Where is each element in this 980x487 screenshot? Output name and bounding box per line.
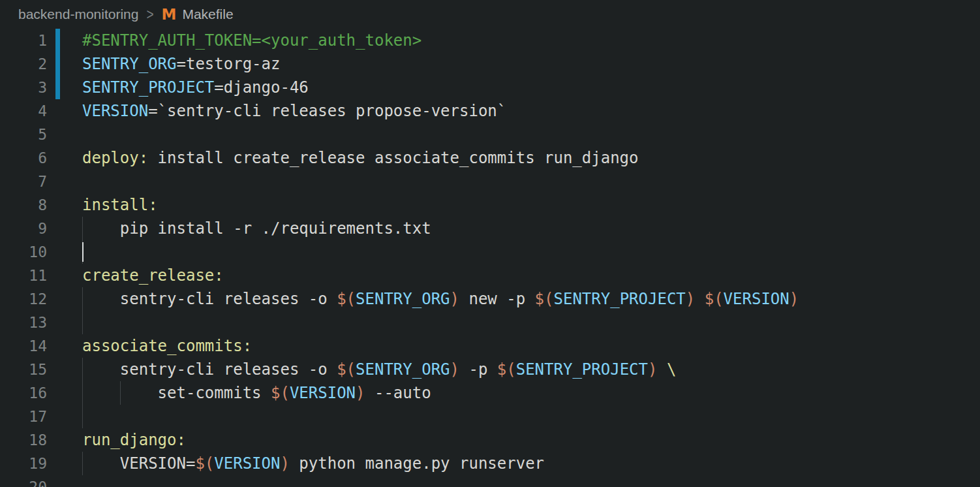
token-punct: $( [195, 454, 214, 473]
line-number[interactable]: 14 [0, 334, 47, 358]
code-line-text[interactable]: set-commits $(VERSION) --auto [82, 381, 431, 405]
line-number[interactable]: 11 [0, 264, 47, 287]
editor-line-18: 18run_django: [0, 428, 980, 452]
token-target: run_django: [82, 431, 186, 449]
editor-line-2: 2SENTRY_ORG=testorg-az [0, 52, 980, 76]
editor-line-7: 7 [0, 170, 980, 193]
line-number[interactable]: 1 [0, 29, 47, 52]
makefile-icon: M [162, 6, 177, 23]
token-text: new -p [459, 290, 535, 308]
line-number[interactable]: 15 [0, 358, 47, 381]
token-comment: #SENTRY_AUTH_TOKEN=<your_auth_token> [82, 31, 421, 50]
code-line-text[interactable]: run_django: [82, 428, 186, 452]
editor-lines: 1#SENTRY_AUTH_TOKEN=<your_auth_token>2SE… [0, 29, 980, 487]
editor-line-9: 9 pip install -r ./requirements.txt [0, 217, 980, 240]
token-text: =`sentry-cli releases propose-version` [148, 102, 506, 120]
editor-line-5: 5 [0, 123, 980, 146]
text-cursor [82, 242, 84, 262]
line-number[interactable]: 19 [0, 452, 47, 475]
code-line-text[interactable]: deploy: install create_release associate… [82, 146, 639, 170]
token-punct: ) [648, 360, 657, 379]
code-line-text[interactable]: VERSION=$(VERSION) python manage.py runs… [82, 452, 544, 475]
token-text [657, 360, 666, 379]
token-text: pip install -r ./requirements.txt [82, 219, 431, 238]
indent-guide [82, 311, 83, 334]
editor-line-6: 6deploy: install create_release associat… [0, 146, 980, 170]
line-number[interactable]: 6 [0, 146, 47, 170]
line-number[interactable]: 20 [0, 475, 47, 487]
line-number[interactable]: 5 [0, 123, 47, 146]
editor-line-3: 3SENTRY_PROJECT=django-46 [0, 76, 980, 99]
editor-line-12: 12 sentry-cli releases -o $(SENTRY_ORG) … [0, 287, 980, 311]
modified-line-indicator [55, 52, 60, 76]
editor-line-10: 10 [0, 240, 980, 264]
token-variable: VERSION [82, 102, 148, 120]
token-variable: SENTRY_ORG [82, 55, 177, 73]
token-target: associate_commits: [82, 337, 252, 355]
code-line-text[interactable]: sentry-cli releases -o $(SENTRY_ORG) -p … [82, 358, 676, 381]
indent-guide [82, 405, 83, 428]
token-variable: VERSION [290, 384, 356, 402]
token-variable: SENTRY_ORG [356, 360, 450, 379]
code-line-text[interactable]: install: [82, 193, 158, 217]
token-punct: ) [789, 290, 799, 308]
editor-line-15: 15 sentry-cli releases -o $(SENTRY_ORG) … [0, 358, 980, 381]
chevron-right-icon: > [146, 5, 153, 24]
line-number[interactable]: 8 [0, 193, 47, 217]
editor-line-20: 20 [0, 475, 980, 487]
code-line-text[interactable]: #SENTRY_AUTH_TOKEN=<your_auth_token> [82, 29, 421, 52]
code-line-text[interactable]: create_release: [82, 264, 224, 287]
token-punct: $( [497, 360, 516, 379]
code-line-text[interactable]: VERSION=`sentry-cli releases propose-ver… [82, 99, 506, 123]
breadcrumb: backend-monitoring > M Makefile [0, 0, 980, 29]
token-punct: $( [705, 290, 724, 308]
token-punct: ) [280, 454, 289, 473]
breadcrumb-folder[interactable]: backend-monitoring [18, 7, 138, 22]
code-line-text[interactable]: SENTRY_ORG=testorg-az [82, 52, 280, 76]
token-text: --auto [365, 384, 431, 402]
token-variable: VERSION [724, 290, 789, 308]
code-line-text[interactable]: SENTRY_PROJECT=django-46 [82, 76, 309, 99]
breadcrumb-file-label: Makefile [182, 7, 233, 22]
line-number[interactable]: 13 [0, 311, 47, 334]
code-line-text[interactable]: pip install -r ./requirements.txt [82, 217, 431, 240]
token-text: python manage.py runserver [290, 454, 544, 473]
breadcrumb-file[interactable]: M Makefile [162, 6, 234, 23]
token-variable: SENTRY_ORG [356, 290, 450, 308]
code-line-text[interactable]: associate_commits: [82, 334, 252, 358]
token-variable: VERSION [214, 454, 280, 473]
line-number[interactable]: 7 [0, 170, 47, 193]
line-number[interactable]: 17 [0, 405, 47, 428]
modified-line-indicator [55, 29, 60, 52]
token-text: -p [459, 360, 497, 379]
code-line-text[interactable]: sentry-cli releases -o $(SENTRY_ORG) new… [82, 287, 799, 311]
token-text: VERSION= [82, 454, 195, 473]
token-punct: $( [535, 290, 554, 308]
editor-line-4: 4VERSION=`sentry-cli releases propose-ve… [0, 99, 980, 123]
line-number[interactable]: 4 [0, 99, 47, 123]
token-punct: ) [686, 290, 695, 308]
modified-line-indicator [55, 76, 60, 99]
token-target: create_release: [82, 266, 224, 285]
editor-line-14: 14associate_commits: [0, 334, 980, 358]
line-number[interactable]: 10 [0, 240, 47, 264]
line-number[interactable]: 9 [0, 217, 47, 240]
token-punct: $( [337, 360, 356, 379]
token-variable: SENTRY_PROJECT [82, 78, 214, 97]
token-text: install create_release associate_commits… [148, 149, 638, 167]
token-text [695, 290, 704, 308]
line-number[interactable]: 3 [0, 76, 47, 99]
line-number[interactable]: 18 [0, 428, 47, 452]
line-number[interactable]: 16 [0, 381, 47, 405]
editor-line-17: 17 [0, 405, 980, 428]
token-target: install: [82, 196, 158, 214]
editor-line-11: 11create_release: [0, 264, 980, 287]
token-text: sentry-cli releases -o [82, 360, 337, 379]
editor-line-8: 8install: [0, 193, 980, 217]
line-number[interactable]: 2 [0, 52, 47, 76]
token-target: deploy: [82, 149, 148, 167]
token-text: =django-46 [214, 78, 309, 97]
token-text: sentry-cli releases -o [82, 290, 337, 308]
line-number[interactable]: 12 [0, 287, 47, 311]
token-punct: ) [356, 384, 365, 402]
